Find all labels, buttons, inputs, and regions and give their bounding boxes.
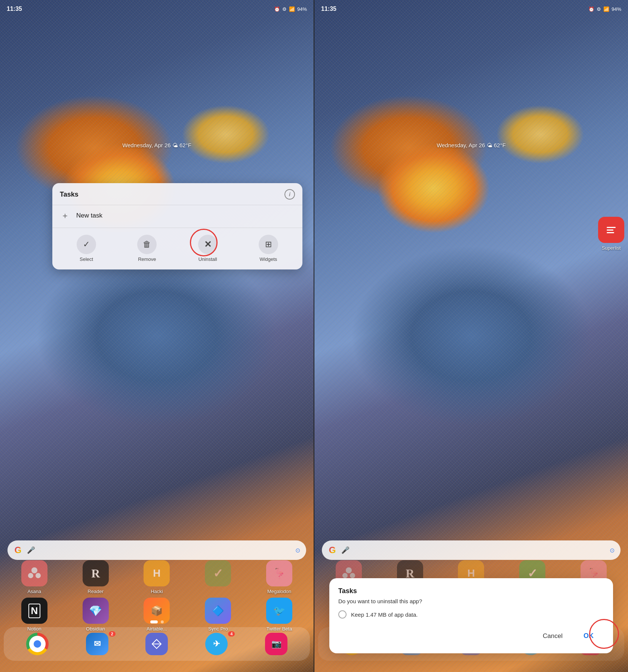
status-time-left: 11:35: [7, 6, 22, 12]
mic-icon-right[interactable]: 🎤: [341, 546, 350, 554]
google-g-icon-r: G: [329, 545, 336, 555]
new-task-label: New task: [76, 212, 102, 219]
remove-action[interactable]: 🗑 Remove: [132, 232, 162, 265]
dock-linear-left[interactable]: [140, 633, 173, 655]
app-megalodon-left[interactable]: 🦩 Megalodon: [262, 560, 296, 594]
svg-point-1: [28, 573, 33, 578]
dock-camera-left[interactable]: 📷: [259, 633, 293, 655]
select-label: Select: [80, 256, 93, 262]
cancel-button[interactable]: Cancel: [532, 628, 573, 644]
search-bar-right[interactable]: G 🎤 ⊙: [322, 540, 621, 560]
app-asana-left[interactable]: Asana: [18, 560, 51, 594]
select-icon: ✓: [77, 235, 96, 254]
uninstall-icon: ✕: [198, 235, 218, 254]
svg-point-9: [350, 573, 355, 578]
svg-point-2: [36, 573, 41, 578]
app-tasks-placeholder-left[interactable]: ✓: [201, 560, 235, 594]
dialog-buttons: Cancel OK: [338, 628, 604, 644]
status-icons-right: ⏰ ⚙ 📶 94%: [588, 6, 621, 12]
superlist-app[interactable]: Superlist: [598, 217, 624, 251]
mic-icon-left[interactable]: 🎤: [27, 546, 35, 554]
page-dots-left: [150, 620, 164, 623]
svg-rect-6: [607, 232, 614, 233]
spark-icon: ✉: [86, 633, 108, 655]
chrome-icon: [26, 633, 49, 655]
app-syncpro-left[interactable]: 🔷 Sync Pro: [201, 598, 235, 632]
widgets-label: Widgets: [259, 256, 277, 262]
svg-point-8: [342, 573, 348, 578]
remove-icon: 🗑: [137, 235, 157, 254]
reader-icon: R: [83, 560, 109, 586]
context-menu: Tasks i ＋ New task ✓ Select 🗑 Remove ✕ U…: [52, 183, 302, 269]
info-icon[interactable]: i: [284, 189, 295, 200]
twitter-icon: 🐦: [266, 598, 292, 624]
app-reader-left[interactable]: R Reader: [79, 560, 113, 594]
dock-telegram-left[interactable]: ✈ 4: [200, 633, 233, 655]
dialog-message: Do you want to uninstall this app?: [338, 598, 604, 604]
asana-label: Asana: [27, 589, 41, 594]
dock-spark-left[interactable]: ✉ 2: [80, 633, 114, 655]
telegram-icon: ✈: [205, 633, 228, 655]
bluetooth-icon: ⚙: [282, 6, 287, 12]
plus-icon: ＋: [60, 210, 70, 221]
dot-active: [150, 620, 158, 623]
widgets-action[interactable]: ⊞ Widgets: [253, 232, 283, 265]
telegram-badge: 4: [228, 631, 235, 636]
lens-icon-left[interactable]: ⊙: [295, 547, 300, 554]
notion-icon: N: [21, 598, 47, 624]
dock-chrome-left[interactable]: [21, 633, 54, 655]
superlist-label: Superlist: [602, 245, 621, 251]
alarm-icon-r: ⏰: [588, 6, 594, 12]
dialog-title: Tasks: [338, 587, 604, 595]
app-obsidian-left[interactable]: 💎 Obsidian: [79, 598, 113, 632]
google-g-icon: G: [15, 545, 22, 555]
lens-icon-right[interactable]: ⊙: [610, 547, 615, 554]
syncpro-icon: 🔷: [205, 598, 231, 624]
obsidian-icon: 💎: [83, 598, 109, 624]
signal-icon: 📶: [289, 6, 295, 12]
megalodon-icon: 🦩: [266, 560, 292, 586]
spark-badge: 2: [109, 631, 116, 636]
app-row-1-left: Asana R Reader H Hacki ✓ 🦩 Megalodon: [0, 560, 314, 594]
alarm-icon: ⏰: [274, 6, 280, 12]
linear-icon: [145, 633, 168, 655]
weather-text-right: Wednesday, Apr 26 🌤 62°F: [437, 142, 506, 148]
keep-data-radio[interactable]: [338, 610, 347, 619]
select-action[interactable]: ✓ Select: [71, 232, 101, 265]
weather-widget-right: Wednesday, Apr 26 🌤 62°F: [437, 142, 506, 148]
dock-left: ✉ 2 ✈ 4 📷: [4, 627, 310, 661]
app-airtable-left[interactable]: 📦 Airtable...: [140, 598, 173, 632]
app-row-2-left: N Notion 💎 Obsidian 📦 Airtable... 🔷 Sync…: [0, 598, 314, 632]
app-hacki-left[interactable]: H Hacki: [140, 560, 173, 594]
uninstall-action[interactable]: ✕ Uninstall: [193, 232, 223, 265]
megalodon-label: Megalodon: [267, 589, 291, 594]
hacki-icon: H: [144, 560, 170, 586]
asana-icon: [21, 560, 47, 586]
superlist-icon: [598, 217, 624, 243]
new-task-item[interactable]: ＋ New task: [52, 205, 302, 226]
battery-left: 94%: [297, 6, 307, 12]
signal-icon-r: 📶: [603, 6, 609, 12]
remove-label: Remove: [138, 256, 156, 262]
search-bar-left[interactable]: G 🎤 ⊙: [7, 540, 306, 560]
ok-button[interactable]: OK: [573, 628, 604, 644]
context-menu-actions: ✓ Select 🗑 Remove ✕ Uninstall ⊞ Widgets: [52, 228, 302, 266]
app-notion-left[interactable]: N Notion: [18, 598, 51, 632]
airtable-icon: 📦: [144, 598, 170, 624]
tasks-icon-placeholder: ✓: [205, 560, 231, 586]
dialog-checkbox-row[interactable]: Keep 1.47 MB of app data.: [338, 610, 604, 619]
context-menu-header: Tasks i: [52, 189, 302, 205]
camera-icon: 📷: [265, 633, 287, 655]
status-icons-left: ⏰ ⚙ 📶 94%: [274, 6, 307, 12]
status-bar-right: 11:35 ⏰ ⚙ 📶 94%: [314, 0, 628, 18]
google-logo-right: G: [328, 546, 337, 555]
app-twitter-left[interactable]: 🐦 Twitter Beta: [262, 598, 296, 632]
uninstall-dialog: Tasks Do you want to uninstall this app?…: [329, 578, 613, 653]
svg-rect-4: [607, 227, 616, 228]
weather-text-left: Wednesday, Apr 26 🌤 62°F: [122, 142, 191, 148]
svg-point-0: [31, 567, 37, 573]
right-phone: 11:35 ⏰ ⚙ 📶 94% Wednesday, Apr 26 🌤 62°F…: [314, 0, 628, 672]
reader-label: Reader: [87, 589, 104, 594]
battery-right: 94%: [612, 6, 621, 12]
context-menu-title: Tasks: [60, 191, 78, 198]
